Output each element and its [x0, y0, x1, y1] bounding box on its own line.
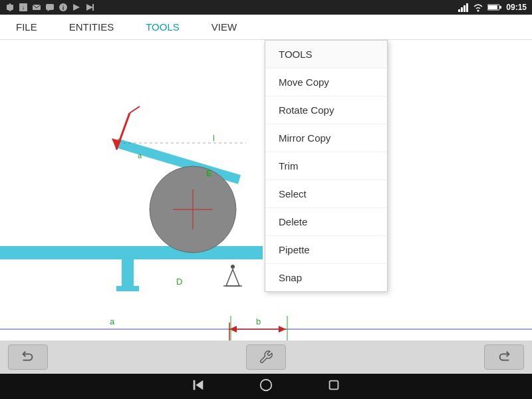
notification-icon [5, 3, 15, 12]
menu-tools[interactable]: TOOLS [130, 15, 196, 40]
menu-view[interactable]: VIEW [196, 15, 253, 40]
tools-dropdown: TOOLS Move Copy Rotate Copy Mirror Copy … [265, 40, 388, 292]
svg-rect-0 [7, 5, 13, 10]
signal-icon [458, 3, 469, 12]
play-icon [72, 3, 81, 12]
undo-icon [21, 350, 35, 364]
svg-text:D: D [176, 277, 182, 287]
menu-bar: FILE ENTITIES TOOLS VIEW [0, 15, 532, 40]
svg-text:b: b [256, 317, 261, 327]
bottom-toolbar [0, 340, 532, 374]
wifi-icon [473, 3, 483, 12]
status-left-icons: ↓ i [5, 3, 94, 12]
svg-rect-13 [458, 9, 460, 12]
dropdown-pipette[interactable]: Pipette [265, 236, 387, 264]
svg-rect-20 [499, 6, 501, 9]
sms-icon [45, 3, 55, 12]
svg-text:a: a [138, 152, 142, 160]
dropdown-tools-header[interactable]: TOOLS [265, 41, 387, 68]
dropdown-select[interactable]: Select [265, 180, 387, 208]
battery-icon [487, 3, 502, 12]
svg-marker-52 [196, 380, 203, 390]
svg-rect-12 [92, 4, 94, 11]
status-bar: ↓ i 09:15 [0, 0, 532, 15]
svg-text:i: i [63, 5, 65, 11]
redo-icon [497, 350, 511, 364]
svg-text:↓: ↓ [22, 4, 25, 11]
svg-rect-2 [9, 3, 11, 5]
svg-rect-14 [461, 7, 463, 12]
main-area: E a b B C a l D TOOLS Move Copy Rotate C [0, 40, 532, 366]
svg-text:E: E [206, 168, 212, 178]
svg-point-17 [477, 10, 479, 12]
dropdown-move-copy[interactable]: Move Copy [265, 68, 387, 96]
svg-rect-53 [194, 380, 196, 390]
menu-file[interactable]: FILE [0, 15, 53, 40]
svg-rect-19 [488, 5, 497, 9]
dropdown-delete[interactable]: Delete [265, 208, 387, 236]
time-display: 09:15 [506, 3, 527, 12]
dropdown-snap[interactable]: Snap [265, 264, 387, 291]
wrench-icon [259, 350, 273, 364]
redo-button[interactable] [484, 344, 524, 370]
status-right-icons: 09:15 [458, 3, 527, 12]
dropdown-rotate-copy[interactable]: Rotate Copy [265, 96, 387, 124]
svg-marker-10 [73, 4, 80, 11]
svg-rect-55 [330, 380, 338, 389]
nav-recent[interactable] [327, 378, 341, 396]
svg-marker-1 [8, 10, 12, 11]
svg-point-29 [231, 265, 235, 269]
svg-rect-22 [0, 246, 263, 259]
undo-button[interactable] [8, 344, 48, 370]
svg-marker-7 [47, 10, 50, 11]
email-icon [32, 3, 41, 12]
nav-bar [0, 374, 532, 399]
nav-home[interactable] [259, 378, 273, 396]
dropdown-trim[interactable]: Trim [265, 152, 387, 180]
play2-icon [85, 3, 94, 12]
svg-rect-15 [464, 5, 466, 12]
svg-text:a: a [110, 317, 115, 327]
svg-text:l: l [213, 133, 215, 143]
nav-back[interactable] [191, 378, 205, 396]
svg-marker-11 [86, 4, 93, 11]
svg-rect-16 [466, 3, 468, 12]
download-icon: ↓ [19, 3, 28, 12]
menu-entities[interactable]: ENTITIES [53, 15, 130, 40]
svg-rect-25 [122, 259, 134, 289]
svg-point-54 [261, 379, 272, 390]
wrench-button[interactable] [246, 344, 286, 370]
dropdown-mirror-copy[interactable]: Mirror Copy [265, 124, 387, 152]
svg-rect-26 [116, 286, 139, 291]
info-icon: i [59, 3, 68, 12]
svg-rect-6 [46, 4, 54, 10]
